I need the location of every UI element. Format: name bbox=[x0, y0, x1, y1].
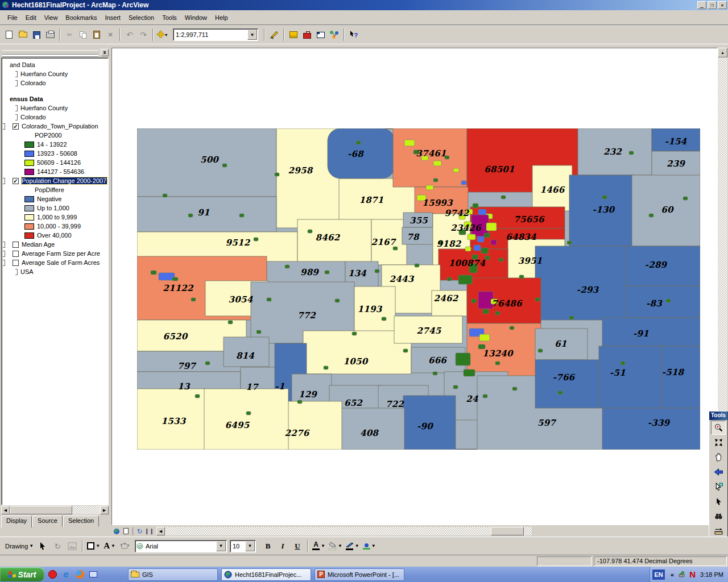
town-shape[interactable] bbox=[433, 372, 437, 375]
menu-view[interactable]: View bbox=[40, 13, 62, 23]
legend-swatch[interactable] bbox=[24, 214, 34, 221]
town-shape[interactable] bbox=[558, 391, 562, 394]
town-shape[interactable] bbox=[666, 299, 671, 302]
town-shape[interactable] bbox=[433, 161, 441, 166]
legend-swatch[interactable] bbox=[24, 160, 34, 166]
data-view-button[interactable] bbox=[111, 527, 121, 536]
legend-swatch[interactable] bbox=[24, 196, 34, 202]
clipped-expander-icon[interactable] bbox=[3, 178, 5, 184]
town-shape[interactable] bbox=[468, 234, 475, 240]
town-shape[interactable] bbox=[163, 194, 167, 197]
toc-row[interactable]: 14 - 13922 bbox=[2, 140, 108, 149]
font-size-combobox[interactable]: 10 ▼ bbox=[230, 540, 256, 552]
town-shape[interactable] bbox=[602, 196, 607, 199]
clock[interactable]: 3:18 PM bbox=[700, 571, 723, 578]
italic-button[interactable]: I bbox=[275, 539, 290, 553]
town-shape[interactable] bbox=[483, 309, 489, 314]
town-shape[interactable] bbox=[426, 185, 433, 190]
aim-quicklaunch-icon[interactable] bbox=[47, 569, 58, 580]
toc-row[interactable]: Average Sale of Farm Acres bbox=[2, 258, 108, 267]
clipped-expander-icon[interactable] bbox=[3, 251, 5, 257]
toc-row[interactable]: 1,000 to 9,999 bbox=[2, 213, 108, 222]
town-shape[interactable] bbox=[479, 334, 490, 341]
town-shape[interactable] bbox=[324, 366, 328, 369]
taskbar-task[interactable]: PMicrosoft PowerPoint - [... bbox=[315, 568, 404, 581]
town-shape[interactable] bbox=[222, 164, 227, 167]
whats-this-help-button[interactable]: ? bbox=[347, 28, 361, 41]
toc-row[interactable]: Negative bbox=[2, 194, 108, 203]
toc-row[interactable]: Average Farm Size per Acre bbox=[2, 249, 108, 258]
fixed-zoom-button[interactable] bbox=[711, 435, 726, 450]
town-shape[interactable] bbox=[246, 411, 251, 415]
menu-help[interactable]: Help bbox=[211, 13, 232, 23]
town-shape[interactable] bbox=[254, 238, 258, 241]
town-shape[interactable] bbox=[471, 299, 476, 303]
legend-swatch[interactable] bbox=[24, 232, 34, 239]
marker-color-button[interactable]: ▼ bbox=[361, 539, 378, 553]
command-window-button[interactable] bbox=[314, 28, 328, 41]
clipped-expander-icon[interactable] bbox=[3, 123, 5, 130]
town-shape[interactable] bbox=[649, 214, 653, 217]
start-button[interactable]: Start bbox=[0, 567, 44, 581]
toc-row[interactable]: ensus Data bbox=[2, 94, 108, 103]
town-shape[interactable] bbox=[205, 361, 210, 365]
tray-chevron-icon[interactable]: « bbox=[671, 571, 674, 578]
taskbar-task[interactable]: Hecht1681FinalProjec... bbox=[221, 568, 311, 581]
font-color-button[interactable]: A▼ bbox=[311, 539, 327, 553]
clipped-checkbox-icon[interactable] bbox=[15, 269, 18, 275]
toc-scroll-track[interactable] bbox=[10, 506, 100, 514]
scale-dropdown-arrow-icon[interactable]: ▼ bbox=[247, 30, 257, 40]
layer-checkbox[interactable] bbox=[13, 260, 19, 266]
toc-row[interactable]: ✓Population Change 2000-2007 bbox=[2, 176, 108, 185]
open-button[interactable] bbox=[16, 28, 30, 41]
town-shape[interactable] bbox=[621, 361, 625, 365]
font-dropdown-arrow-icon[interactable]: ▼ bbox=[216, 541, 226, 551]
firefox-icon[interactable] bbox=[74, 569, 85, 580]
town-shape[interactable] bbox=[473, 203, 478, 208]
new-document-button[interactable] bbox=[2, 28, 16, 41]
toc-row[interactable]: ✓Colorado_Town_Population bbox=[2, 122, 108, 131]
town-shape[interactable] bbox=[456, 353, 470, 365]
menu-window[interactable]: Window bbox=[181, 13, 211, 23]
town-shape[interactable] bbox=[510, 326, 514, 330]
toc-horizontal-scrollbar[interactable]: ◀ ▶ bbox=[1, 506, 109, 514]
town-shape[interactable] bbox=[465, 247, 471, 251]
town-shape[interactable] bbox=[325, 271, 329, 274]
town-shape[interactable] bbox=[195, 394, 200, 398]
clipped-checkbox-icon[interactable] bbox=[15, 71, 18, 77]
redo-button[interactable]: ↷ bbox=[136, 28, 150, 41]
town-shape[interactable] bbox=[538, 349, 543, 352]
toc-row[interactable]: Colorado bbox=[2, 78, 108, 88]
menu-file[interactable]: File bbox=[3, 13, 22, 23]
map-hscroll-track[interactable] bbox=[165, 527, 532, 535]
zoom-in-button[interactable] bbox=[711, 421, 726, 435]
menu-tools[interactable]: Tools bbox=[158, 13, 181, 23]
menu-bookmarks[interactable]: Bookmarks bbox=[61, 13, 101, 23]
toc-row[interactable]: Huerfano County bbox=[2, 103, 108, 113]
select-features-button[interactable] bbox=[711, 480, 726, 494]
scroll-right-icon[interactable]: ▶ bbox=[100, 506, 109, 514]
back-button[interactable] bbox=[711, 465, 726, 479]
font-family-combobox[interactable]: O Arial ▼ bbox=[135, 540, 227, 552]
edit-vertices-button[interactable] bbox=[117, 539, 132, 553]
paste-button[interactable] bbox=[90, 28, 104, 41]
toc-row[interactable]: 13923 - 50608 bbox=[2, 149, 108, 158]
town-shape[interactable] bbox=[382, 317, 386, 321]
town-shape[interactable] bbox=[486, 223, 497, 231]
county-shape[interactable] bbox=[204, 389, 288, 450]
town-shape[interactable] bbox=[172, 277, 178, 281]
restore-button[interactable]: ❐ bbox=[708, 1, 717, 9]
town-shape[interactable] bbox=[512, 387, 517, 390]
clipped-checkbox-icon[interactable] bbox=[15, 105, 18, 111]
toc-row[interactable]: USA bbox=[2, 267, 108, 276]
layer-checkbox[interactable]: ✓ bbox=[13, 178, 19, 184]
arctoolbox-button[interactable] bbox=[300, 28, 314, 41]
toc-row[interactable]: Huerfano County bbox=[2, 69, 108, 78]
town-shape[interactable] bbox=[404, 140, 415, 146]
scroll-left-icon[interactable]: ◀ bbox=[1, 506, 10, 514]
town-shape[interactable] bbox=[356, 141, 361, 144]
add-data-button[interactable]: ✚▼ bbox=[156, 28, 169, 41]
scroll-left-icon[interactable]: ◀ bbox=[156, 527, 165, 535]
town-shape[interactable] bbox=[461, 181, 466, 185]
toc-row[interactable]: Over 40,000 bbox=[2, 231, 108, 240]
